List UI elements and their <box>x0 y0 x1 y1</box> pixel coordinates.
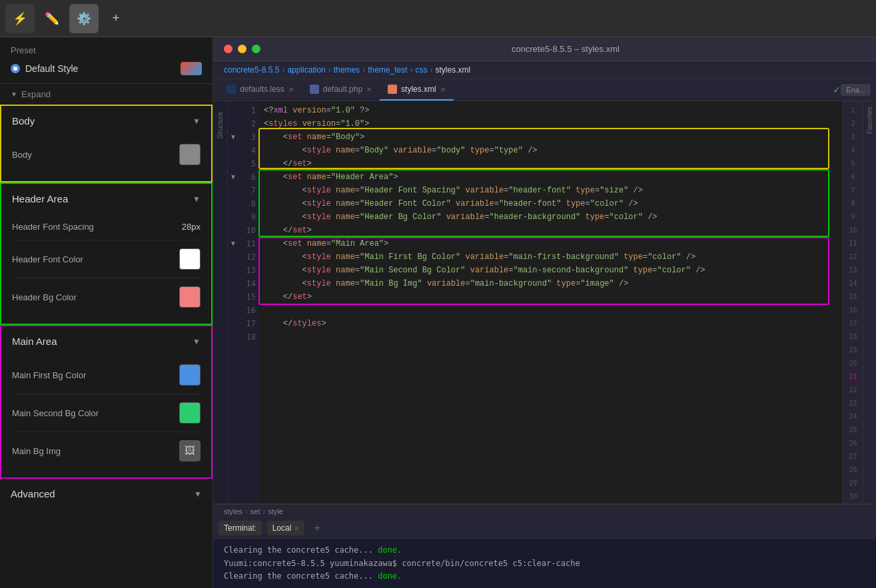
main-bg-img-label: Main Bg Img <box>12 446 61 456</box>
preset-left: Default Style <box>11 63 78 74</box>
main-second-bg-swatch[interactable] <box>179 402 201 424</box>
rln-26: 26 <box>849 437 857 450</box>
rln-21: 21 <box>849 370 857 384</box>
advanced-title: Advanced <box>11 488 55 499</box>
window-chrome: concrete5-8.5.5 – styles.xml <box>213 37 876 61</box>
line-num-7: 7 <box>251 184 256 197</box>
body-section-header[interactable]: Body ▼ <box>1 106 211 136</box>
gradient-swatch[interactable] <box>181 62 202 75</box>
enable-button[interactable]: Ena... <box>841 84 871 96</box>
line-num-6: 6 <box>251 170 256 184</box>
toolbar-add-btn[interactable]: + <box>101 4 131 33</box>
traffic-light-green[interactable] <box>252 45 260 53</box>
favorites-bar: Favorites <box>863 101 876 503</box>
code-line-6: <set name="Header Area"> <box>264 170 837 184</box>
header-section-header[interactable]: Header Area ▼ <box>1 184 211 214</box>
line-num-16: 16 <box>246 304 256 317</box>
rln-18: 18 <box>849 330 857 344</box>
advanced-section[interactable]: Advanced ▼ <box>0 479 213 509</box>
rln-23: 23 <box>849 397 857 410</box>
body-section-content: Body <box>1 136 211 181</box>
rln-25: 25 <box>849 424 857 437</box>
code-area[interactable]: <?xml version="1.0" ?> <styles version="… <box>258 101 843 503</box>
terminal-text-2: Yuumi:concrete5-8.5.5 yuuminakazawa$ con… <box>224 559 580 568</box>
code-line-8: <style name="Header Font Color" variable… <box>264 197 837 210</box>
line-num-17: 17 <box>246 317 256 330</box>
tab-local[interactable]: Local ✕ <box>267 521 305 535</box>
rln-6: 6 <box>851 170 855 184</box>
rln-2: 2 <box>851 117 855 131</box>
header-font-spacing-row: Header Font Spacing 28px <box>12 214 201 240</box>
tab-icon-xml <box>388 85 397 94</box>
line-num-9: 9 <box>251 210 256 224</box>
toolbar-edit-btn[interactable]: ✏️ <box>37 4 67 33</box>
breadcrumb-sep-2: › <box>328 65 331 75</box>
tab-local-close[interactable]: ✕ <box>294 525 299 532</box>
rb-item-style: style <box>268 507 283 515</box>
breadcrumb-item-css[interactable]: css <box>416 65 428 75</box>
bottom-section: styles › set › style Terminal: Local ✕ + <box>213 503 876 588</box>
code-line-1: <?xml version="1.0" ?> <box>264 104 837 117</box>
rln-17: 17 <box>849 317 857 330</box>
tab-icon-less <box>226 85 236 94</box>
preset-radio[interactable] <box>11 64 20 73</box>
traffic-light-red[interactable] <box>224 45 232 53</box>
toolbar-brand-btn[interactable]: ⚡ <box>5 4 35 33</box>
toolbar-settings-btn[interactable]: ⚙️ <box>69 4 99 33</box>
header-section-title: Header Area <box>12 193 68 204</box>
tab-close-defaults-less[interactable]: ✕ <box>288 86 294 93</box>
breadcrumb-item-concrete[interactable]: concrete5-8.5.5 <box>224 65 279 75</box>
traffic-light-yellow[interactable] <box>238 45 246 53</box>
header-bg-color-swatch[interactable] <box>179 286 201 308</box>
fold-btn-3[interactable]: ▼ <box>230 131 236 144</box>
main-first-bg-swatch[interactable] <box>179 364 201 386</box>
expand-arrow-icon: ▼ <box>11 91 17 98</box>
main-section-header[interactable]: Main Area ▼ <box>1 326 211 356</box>
header-font-color-label: Header Font Color <box>12 254 83 264</box>
line-num-8: 8 <box>251 197 256 210</box>
fold-btn-6[interactable]: ▼ <box>230 170 236 184</box>
tab-default-php[interactable]: default.php ✕ <box>302 79 380 101</box>
tab-label-default-php: default.php <box>323 85 362 94</box>
main-second-bg-label: Main Second Bg Color <box>12 408 99 418</box>
breadcrumb-item-themes[interactable]: themes <box>334 65 360 75</box>
rln-14: 14 <box>849 277 857 290</box>
code-line-2: <styles version="1.0"> <box>264 117 837 131</box>
code-line-14: <style name="Main Bg Img" variable="main… <box>264 277 837 290</box>
rln-19: 19 <box>849 344 857 357</box>
tab-styles-xml[interactable]: styles.xml ✕ <box>380 79 454 101</box>
rb-item-set: set <box>250 507 260 515</box>
main-bg-img-swatch[interactable]: 🖼 <box>179 440 201 461</box>
breadcrumb-item-application[interactable]: application <box>287 65 325 75</box>
expand-row[interactable]: ▼ Expand <box>0 84 213 105</box>
terminal-text-3: Clearing the concrete5 cache... <box>224 571 378 581</box>
tab-close-styles-xml[interactable]: ✕ <box>440 86 446 93</box>
fold-btn-11[interactable]: ▼ <box>230 237 236 250</box>
header-section-arrow-icon: ▼ <box>193 194 201 204</box>
line-num-12: 12 <box>246 250 256 264</box>
line-num-4: 4 <box>251 144 256 157</box>
add-terminal-tab-btn[interactable]: + <box>310 521 324 535</box>
rln-5: 5 <box>851 157 855 170</box>
line-num-18: 18 <box>246 330 256 344</box>
rln-22: 22 <box>849 384 857 397</box>
main-section-content: Main First Bg Color Main Second Bg Color… <box>1 356 211 477</box>
body-section-title: Body <box>12 115 35 127</box>
breadcrumb-item-theme-test[interactable]: theme_test <box>368 65 407 75</box>
main-first-bg-row: Main First Bg Color <box>12 356 201 394</box>
tab-close-default-php[interactable]: ✕ <box>366 86 372 93</box>
terminal-line-1: Clearing the concrete5 cache... done. <box>224 544 865 557</box>
line-num-15: 15 <box>246 290 256 304</box>
body-color-swatch[interactable] <box>179 144 201 165</box>
left-panel: Preset Default Style ▼ Expand Body ▼ <box>0 37 213 588</box>
body-property-row: Body <box>12 136 201 173</box>
code-line-5: </set> <box>264 157 837 170</box>
tab-defaults-less[interactable]: defaults.less ✕ <box>219 79 302 101</box>
rln-1: 1 <box>851 104 855 117</box>
preset-row: Default Style <box>11 62 202 75</box>
favorites-label: Favorites <box>866 107 873 134</box>
header-font-color-row: Header Font Color <box>12 240 201 278</box>
main-bg-img-row: Main Bg Img 🖼 <box>12 432 201 469</box>
rln-30: 30 <box>849 490 857 503</box>
header-font-color-swatch[interactable] <box>179 248 201 270</box>
